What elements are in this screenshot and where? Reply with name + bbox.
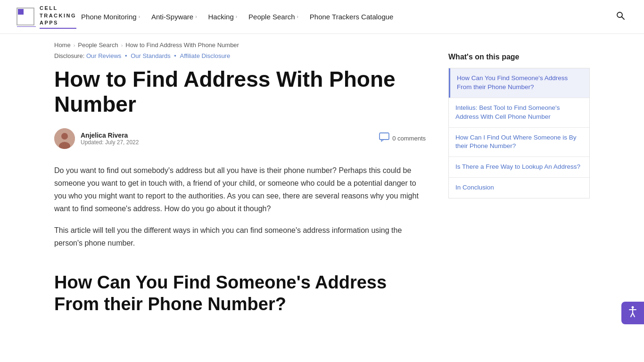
article-paragraph-2: This article will tell you the different…: [54, 224, 426, 249]
toc-item-2: How Can I Find Out Where Someone is By t…: [449, 128, 589, 157]
comment-icon: [379, 132, 389, 144]
breadcrumb: Home › People Search › How to Find Addre…: [54, 34, 426, 52]
chevron-down-icon: ›: [139, 14, 140, 19]
article-title: How to Find Address With Phone Number: [54, 67, 426, 117]
site-header: CELL TRACKING APPS Phone Monitoring ›Ant…: [0, 0, 644, 34]
toc-item-0: How Can You Find Someone's Address From …: [449, 68, 589, 98]
toc-heading: What's on this page: [448, 53, 590, 61]
page-wrapper: Home › People Search › How to Find Addre…: [39, 34, 605, 322]
disclosure-affiliate[interactable]: Affiliate Disclosure: [180, 52, 230, 59]
comments-button[interactable]: 0 comments: [379, 132, 426, 144]
toc-link-3[interactable]: Is There a Free Way to Lookup An Address…: [449, 157, 589, 177]
toc-item-3: Is There a Free Way to Lookup An Address…: [449, 157, 589, 178]
disclosure-label: Disclosure:: [54, 52, 84, 59]
author-avatar: [54, 128, 75, 149]
svg-line-4: [622, 17, 625, 20]
author-details: Anjelica Rivera Updated: July 27, 2022: [81, 132, 139, 146]
toc-list: How Can You Find Someone's Address From …: [448, 68, 590, 198]
svg-rect-8: [380, 133, 389, 140]
disclosure-our-standards[interactable]: Our Standards: [131, 52, 171, 59]
sidebar: What's on this page How Can You Find Som…: [448, 34, 590, 322]
article-paragraph-1: Do you want to find out somebody's addre…: [54, 164, 426, 215]
main-content: Home › People Search › How to Find Addre…: [54, 34, 426, 322]
site-logo[interactable]: CELL TRACKING APPS: [15, 5, 76, 28]
accessibility-icon: [627, 305, 639, 321]
disclosure-sep-1: •: [125, 52, 129, 59]
toc-link-4[interactable]: In Conclusion: [449, 178, 589, 198]
svg-line-12: [631, 313, 633, 317]
accessibility-widget[interactable]: [621, 302, 644, 322]
toc-item-4: In Conclusion: [449, 178, 589, 198]
svg-point-9: [632, 306, 634, 309]
svg-rect-1: [18, 9, 24, 15]
toc-item-1: Intelius: Best Tool to Find Someone's Ad…: [449, 98, 589, 128]
article-body: Do you want to find out somebody's addre…: [54, 164, 426, 315]
toc-link-1[interactable]: Intelius: Best Tool to Find Someone's Ad…: [449, 98, 589, 127]
chevron-down-icon: ›: [236, 14, 237, 19]
breadcrumb-sep-1: ›: [74, 42, 75, 48]
logo-icon: [15, 6, 36, 27]
nav-item-phone-trackers-catalogue[interactable]: Phone Trackers Catalogue: [305, 9, 398, 25]
toc-link-0[interactable]: How Can You Find Someone's Address From …: [449, 68, 589, 98]
section-heading-1: How Can You Find Someone's Address From …: [54, 272, 426, 315]
chevron-down-icon: ›: [195, 14, 197, 19]
nav-item-phone-monitoring[interactable]: Phone Monitoring ›: [76, 9, 145, 25]
disclosure-our-reviews[interactable]: Our Reviews: [86, 52, 121, 59]
svg-point-6: [61, 133, 68, 140]
disclosure-sep-2: •: [174, 52, 178, 59]
nav-item-anti-spyware[interactable]: Anti-Spyware ›: [147, 9, 202, 25]
nav-item-people-search[interactable]: People Search ›: [244, 9, 303, 25]
toc-link-2[interactable]: How Can I Find Out Where Someone is By t…: [449, 128, 589, 157]
disclosure-bar: Disclosure: Our Reviews • Our Standards …: [54, 52, 426, 59]
nav-item-hacking[interactable]: Hacking ›: [204, 9, 242, 25]
author-date: Updated: July 27, 2022: [81, 139, 139, 146]
breadcrumb-home[interactable]: Home: [54, 41, 71, 49]
author-info: Anjelica Rivera Updated: July 27, 2022: [54, 128, 139, 149]
search-button[interactable]: [612, 7, 629, 26]
logo-text: CELL TRACKING APPS: [40, 5, 76, 28]
author-name: Anjelica Rivera: [81, 132, 139, 139]
breadcrumb-current: How to Find Address With Phone Number: [125, 41, 239, 49]
chevron-down-icon: ›: [297, 14, 298, 19]
breadcrumb-people-search[interactable]: People Search: [78, 41, 118, 49]
author-row: Anjelica Rivera Updated: July 27, 2022 0…: [54, 128, 426, 149]
svg-line-13: [633, 313, 635, 317]
main-nav: Phone Monitoring ›Anti-Spyware ›Hacking …: [76, 9, 612, 25]
comments-count: 0 comments: [392, 135, 426, 142]
breadcrumb-sep-2: ›: [121, 42, 123, 48]
